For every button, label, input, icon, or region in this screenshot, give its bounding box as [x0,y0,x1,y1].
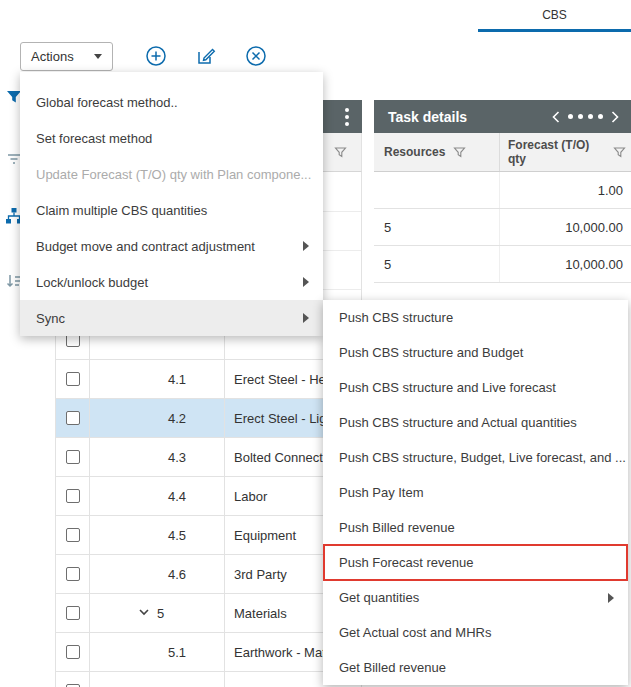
table-row-selected[interactable]: 4.2 Erect Steel - Lig [55,399,362,438]
task-row[interactable]: 1.00 [374,172,631,209]
menu-item-update-forecast-qty: Update Forecast (T/O) qty with Plan comp… [20,156,323,192]
collapse-chevron-icon[interactable] [138,606,150,621]
row-checkbox[interactable] [66,489,80,503]
submenu-item-push-forecast-revenue[interactable]: Push Forecast revenue [323,545,628,580]
cbs-position-cell: 5.1 [90,633,225,671]
cbs-position-label: 5 [157,606,164,621]
checkbox-cell [55,594,90,632]
cbs-position-cell: 4.2 [90,399,225,437]
submenu-item-get-actual-cost-and-mhrs[interactable]: Get Actual cost and MHRs [323,615,628,650]
sync-submenu: Push CBS structure Push CBS structure an… [323,300,628,685]
cbs-position-cell: 5.2 [90,672,225,687]
resources-cell [374,172,500,208]
submenu-item-push-cbs-structure-actual-quantities[interactable]: Push CBS structure and Actual quantities [323,405,628,440]
table-row[interactable]: 5.1 Earthwork - Mat [55,633,362,672]
menu-item-claim-multiple-cbs-quantities[interactable]: Claim multiple CBS quantities [20,192,323,228]
pager-dots [568,114,603,119]
task-details-pager [552,111,619,123]
row-checkbox[interactable] [66,450,80,464]
submenu-item-get-billed-revenue[interactable]: Get Billed revenue [323,650,628,685]
row-checkbox[interactable] [66,528,80,542]
tab-cbs-label: CBS [542,8,567,22]
submenu-arrow-icon [303,313,309,323]
submenu-arrow-icon [303,241,309,251]
checkbox-cell [55,633,90,671]
table-row-parent[interactable]: 5 Materials [55,594,362,633]
table-row[interactable]: 5.2 Concrete - Mate [55,672,362,687]
checkbox-cell [55,477,90,515]
task-row[interactable]: 5 10,000.00 [374,209,631,246]
task-details-panel: Task details Resources Forecast (T/O) qt… [374,100,631,283]
submenu-item-push-cbs-structure[interactable]: Push CBS structure [323,300,628,335]
table-row[interactable]: 4.5 Equipment [55,516,362,555]
checkbox-cell [55,360,90,398]
table-row[interactable]: 4.1 Erect Steel - Hea [55,360,362,399]
resources-cell: 5 [374,246,500,282]
table-row[interactable]: 4.6 3rd Party [55,555,362,594]
task-details-column-headers: Resources Forecast (T/O) qty [374,133,631,172]
cbs-position-cell: 4.6 [90,555,225,593]
task-details-header: Task details [374,100,631,133]
checkbox-cell [55,555,90,593]
column-header-forecast-qty[interactable]: Forecast (T/O) qty [500,133,631,171]
row-checkbox[interactable] [66,411,80,425]
forecast-qty-header-label: Forecast (T/O) qty [508,138,600,167]
row-checkbox[interactable] [66,567,80,581]
cancel-icon[interactable] [245,45,267,67]
submenu-arrow-icon [608,593,614,603]
submenu-item-push-billed-revenue[interactable]: Push Billed revenue [323,510,628,545]
cbs-position-cell: 4.4 [90,477,225,515]
cbs-position-cell: 4.5 [90,516,225,554]
submenu-item-get-quantities[interactable]: Get quantities [323,580,628,615]
submenu-item-push-cbs-structure-budget-live-forecast[interactable]: Push CBS structure, Budget, Live forecas… [323,440,628,475]
chevron-right-icon[interactable] [611,111,619,123]
row-checkbox[interactable] [66,606,80,620]
actions-button-label: Actions [31,49,74,64]
forecast-qty-cell: 10,000.00 [500,246,631,282]
task-details-title: Task details [388,109,467,125]
cbs-position-cell: 4.3 [90,438,225,476]
edit-icon[interactable] [195,45,217,67]
menu-item-sync[interactable]: Sync [20,300,323,336]
menu-item-global-forecast-method[interactable]: Global forecast method.. [20,84,323,120]
submenu-item-push-cbs-structure-live-forecast[interactable]: Push CBS structure and Live forecast [323,370,628,405]
checkbox-cell [55,672,90,687]
menu-item-budget-move[interactable]: Budget move and contract adjustment [20,228,323,264]
filter-funnel-icon [334,146,347,159]
submenu-item-push-cbs-structure-budget[interactable]: Push CBS structure and Budget [323,335,628,370]
table-row[interactable]: 4.3 Bolted Connecti [55,438,362,477]
resources-cell: 5 [374,209,500,245]
checkbox-cell [55,399,90,437]
row-checkbox[interactable] [66,372,80,386]
forecast-qty-cell: 1.00 [500,172,631,208]
chevron-left-icon[interactable] [552,111,560,123]
screen: CBS Actions [0,0,631,687]
cbs-position-cell: 5 [90,594,225,632]
submenu-item-push-pay-item[interactable]: Push Pay Item [323,475,628,510]
tab-cbs[interactable]: CBS [478,0,631,32]
filter-funnel-icon [453,146,466,159]
table-row[interactable]: 4.4 Labor [55,477,362,516]
task-row[interactable]: 5 10,000.00 [374,246,631,283]
resources-header-label: Resources [384,145,445,159]
filter-funnel-icon [613,146,626,159]
cbs-grid: 4.1 Erect Steel - Hea 4.2 Erect Steel - … [55,321,362,687]
add-icon[interactable] [145,45,167,67]
menu-item-set-forecast-method[interactable]: Set forecast method [20,120,323,156]
column-options-kebab-icon[interactable] [345,108,349,126]
forecast-qty-cell: 10,000.00 [500,209,631,245]
row-checkbox[interactable] [66,645,80,659]
checkbox-cell [55,516,90,554]
menu-item-lock-unlock-budget[interactable]: Lock/unlock budget [20,264,323,300]
cbs-position-cell: 4.1 [90,360,225,398]
submenu-arrow-icon [303,277,309,287]
actions-menu: Global forecast method.. Set forecast me… [20,72,323,336]
chevron-down-icon [94,54,102,59]
actions-button[interactable]: Actions [20,42,113,71]
checkbox-cell [55,438,90,476]
column-header-resources[interactable]: Resources [374,133,500,171]
